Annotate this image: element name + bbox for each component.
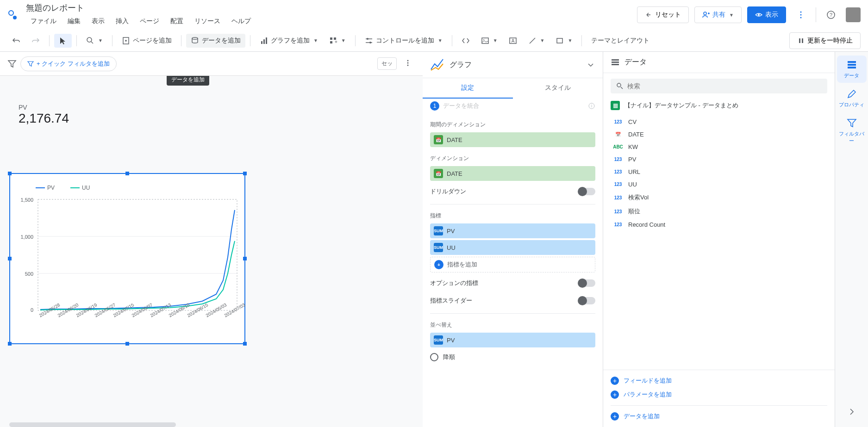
rail-property[interactable]: プロパティ bbox=[837, 85, 867, 112]
info-icon: i bbox=[588, 102, 595, 110]
undo-button[interactable] bbox=[7, 34, 25, 48]
field-record-count[interactable]: 123Record Count bbox=[611, 218, 827, 231]
canvas-more-button[interactable] bbox=[400, 56, 415, 72]
field-uu[interactable]: 123UU bbox=[611, 178, 827, 191]
metric-chip-uu[interactable]: SUM UU bbox=[430, 240, 595, 255]
data-search-box[interactable] bbox=[611, 79, 827, 93]
image-button[interactable]: ▼ bbox=[476, 34, 502, 48]
shape-button[interactable]: ▼ bbox=[551, 34, 577, 48]
resize-handle[interactable] bbox=[243, 342, 247, 346]
resize-handle[interactable] bbox=[243, 257, 247, 260]
quick-filter-button[interactable]: + クイック フィルタを追加 bbox=[20, 56, 117, 71]
redo-button[interactable] bbox=[27, 34, 44, 48]
add-chart-button[interactable]: グラフを追加 ▼ bbox=[255, 34, 323, 48]
add-page-button[interactable]: ページを追加 bbox=[117, 34, 176, 48]
embed-button[interactable] bbox=[457, 34, 475, 48]
optional-metric-label: オプションの指標 bbox=[430, 279, 478, 287]
add-field-link[interactable]: +フィールドを追加 bbox=[611, 374, 827, 388]
drilldown-toggle[interactable] bbox=[579, 188, 595, 195]
menu-view[interactable]: 表示 bbox=[87, 15, 109, 27]
svg-rect-13 bbox=[263, 39, 265, 44]
svg-point-19 bbox=[367, 38, 368, 40]
rectangle-icon bbox=[556, 37, 564, 45]
scorecard[interactable]: PV 2,176.74 bbox=[19, 104, 69, 126]
optional-metric-toggle[interactable] bbox=[579, 279, 595, 287]
chart-config-panel: グラフ 設定 スタイル 1 データを統合 i 期間のディメンション 📅 DATE… bbox=[423, 52, 603, 427]
add-control-button[interactable]: コントロールを追加 ▼ bbox=[360, 34, 447, 48]
datasource-row[interactable]: ▦ 【ナイル】データサンプル - データまとめ bbox=[603, 97, 835, 114]
more-options-button[interactable] bbox=[792, 6, 810, 24]
community-viz-button[interactable]: +▼ bbox=[325, 34, 350, 48]
sort-order-row[interactable]: 降順 bbox=[430, 349, 595, 365]
reset-button[interactable]: リセット bbox=[637, 6, 689, 23]
filter-icon bbox=[846, 118, 857, 129]
svg-text:UU: UU bbox=[82, 185, 90, 191]
selection-tool[interactable] bbox=[54, 34, 72, 48]
resize-handle[interactable] bbox=[125, 172, 129, 175]
line-button[interactable]: ▼ bbox=[524, 34, 550, 48]
sort-chip[interactable]: SUM PV bbox=[430, 333, 595, 347]
date-dimension-chip[interactable]: 📅 DATE bbox=[430, 132, 595, 147]
view-button[interactable]: 表示 bbox=[747, 6, 786, 23]
field-rank[interactable]: 123順位 bbox=[611, 204, 827, 218]
radio-icon bbox=[430, 353, 438, 361]
field-date[interactable]: 📅DATE bbox=[611, 128, 827, 141]
resize-handle[interactable] bbox=[8, 342, 12, 346]
menu-page[interactable]: ページ bbox=[135, 15, 164, 27]
tab-setup[interactable]: 設定 bbox=[423, 78, 513, 99]
user-avatar[interactable] bbox=[846, 7, 861, 22]
rail-filterbar[interactable]: フィルタバー bbox=[837, 114, 867, 148]
chevron-down-icon[interactable] bbox=[586, 60, 595, 69]
field-kw[interactable]: ABCKW bbox=[611, 141, 827, 153]
canvas-toolbar: + クイック フィルタを追加 セッ bbox=[0, 52, 423, 76]
menu-insert[interactable]: 挿入 bbox=[111, 15, 133, 27]
resize-handle[interactable] bbox=[125, 342, 129, 346]
svg-point-58 bbox=[617, 83, 621, 87]
share-button[interactable]: 共有 ▼ bbox=[694, 6, 742, 23]
resize-handle[interactable] bbox=[8, 257, 12, 260]
help-button[interactable]: ? bbox=[822, 6, 840, 24]
rail-collapse-button[interactable] bbox=[842, 402, 862, 423]
svg-text:0: 0 bbox=[31, 307, 33, 313]
menu-resource[interactable]: リソース bbox=[190, 15, 225, 27]
plus-icon: + bbox=[611, 412, 619, 421]
theme-layout-button[interactable]: テーマとレイアウト bbox=[587, 34, 654, 48]
tab-style[interactable]: スタイル bbox=[513, 78, 603, 99]
menu-file[interactable]: ファイル bbox=[26, 15, 61, 27]
chart-icon bbox=[260, 37, 268, 45]
metric-slider-toggle[interactable] bbox=[579, 297, 595, 304]
resize-handle[interactable] bbox=[8, 172, 12, 175]
zoom-tool[interactable]: ▼ bbox=[81, 34, 107, 48]
menu-help[interactable]: ヘルプ bbox=[227, 15, 256, 27]
svg-point-5 bbox=[800, 14, 802, 16]
horizontal-scrollbar[interactable] bbox=[9, 422, 176, 427]
help-icon: ? bbox=[826, 10, 836, 19]
resize-handle[interactable] bbox=[243, 172, 247, 175]
filter-icon[interactable] bbox=[7, 59, 17, 68]
field-url[interactable]: 123URL bbox=[611, 166, 827, 178]
add-parameter-link[interactable]: +パラメータを追加 bbox=[611, 388, 827, 402]
blend-data-row[interactable]: 1 データを統合 i bbox=[430, 99, 595, 113]
add-metric-chip[interactable]: + 指標を追加 bbox=[430, 257, 595, 272]
document-title[interactable]: 無題のレポート bbox=[26, 2, 637, 13]
reset-dropdown[interactable]: セッ bbox=[377, 57, 397, 70]
field-searchvol[interactable]: 123検索Vol bbox=[611, 191, 827, 204]
add-data-link[interactable]: +データを追加 bbox=[611, 409, 827, 423]
pause-updates-button[interactable]: 更新を一時停止 bbox=[789, 32, 861, 49]
search-input[interactable] bbox=[627, 82, 822, 90]
canvas[interactable]: データを追加 PV 2,176.74 PV UU bbox=[0, 76, 423, 427]
rail-data[interactable]: データ bbox=[837, 56, 867, 83]
more-vert-icon bbox=[404, 59, 412, 67]
menu-arrange[interactable]: 配置 bbox=[166, 15, 188, 27]
menu-edit[interactable]: 編集 bbox=[63, 15, 85, 27]
add-data-button[interactable]: データを追加 bbox=[186, 34, 245, 48]
svg-point-6 bbox=[800, 17, 802, 19]
metric-chip-pv[interactable]: SUM PV bbox=[430, 223, 595, 238]
plus-icon: + bbox=[611, 390, 619, 399]
time-series-chart[interactable]: PV UU 1,500 1,000 500 0 bbox=[9, 173, 245, 344]
field-cv[interactable]: 123CV bbox=[611, 116, 827, 128]
field-pv[interactable]: 123PV bbox=[611, 153, 827, 166]
dimension-chip[interactable]: 📅 DATE bbox=[430, 166, 595, 181]
canvas-area: + クイック フィルタを追加 セッ データを追加 PV 2,176.74 bbox=[0, 52, 423, 427]
text-button[interactable]: A bbox=[504, 34, 522, 48]
